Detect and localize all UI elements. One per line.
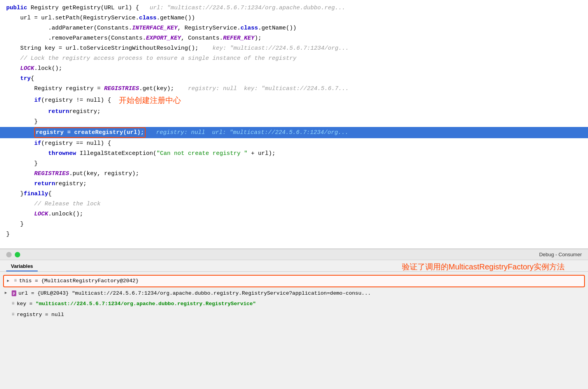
code-text-4: .removeParameters(Constants.EXPORT_KEY, … bbox=[48, 34, 261, 43]
debug-header: Debug - Consumer bbox=[0, 249, 588, 260]
code-brace-16: } bbox=[34, 159, 38, 168]
icon-eq-key: ≡ bbox=[12, 300, 14, 307]
keyword-try: try bbox=[20, 74, 31, 83]
code-panel: public Registry getRegistry(URL url) { u… bbox=[0, 0, 588, 248]
code-text-2: url = url.setPath(RegistryService.class.… bbox=[20, 14, 195, 23]
debug-panel: Debug - Consumer Variables 验证了调用的Multica… bbox=[0, 248, 588, 389]
keyword-return: return bbox=[48, 107, 69, 116]
code-text-3: .addParameter(Constants.INTERFACE_KEY, R… bbox=[48, 24, 296, 33]
var-val-registry: null bbox=[51, 311, 64, 319]
code-line-3: .addParameter(Constants.INTERFACE_KEY, R… bbox=[0, 23, 588, 33]
code-line-14: if (registry == null) { bbox=[0, 138, 588, 148]
var-row-url: ▶ p url = {URL@2043} "multicast://224.5.… bbox=[0, 288, 588, 299]
var-eq-registry: = bbox=[42, 311, 51, 319]
expand-this[interactable]: ▶ bbox=[7, 278, 12, 284]
code-text-14: (registry == null) { bbox=[41, 139, 111, 148]
code-line-13: registry = createRegistry(url); registry… bbox=[0, 127, 588, 138]
code-brace-19b: { bbox=[48, 189, 52, 198]
fn-getregistry: getRegistry(URL url) { bbox=[62, 3, 139, 12]
comment-create: registry: null url: "multicast://224.5.6… bbox=[156, 128, 348, 137]
code-line-10: if (registry != null) { 开始创建注册中心 bbox=[0, 94, 588, 107]
var-row-this: ▶ ≡ this = {MulticastRegistryFactory@204… bbox=[3, 275, 585, 287]
code-line-20: // Release the lock bbox=[0, 199, 588, 209]
code-line-23: } bbox=[0, 229, 588, 239]
code-line-7: LOCK.lock(); bbox=[0, 64, 588, 74]
tab-variables[interactable]: Variables bbox=[6, 262, 38, 271]
var-row-registry: ▶ ≡ registry = null bbox=[0, 309, 588, 320]
code-line-19: } finally { bbox=[0, 189, 588, 199]
code-brace-8: { bbox=[31, 74, 34, 83]
keyword-if2: if bbox=[34, 139, 41, 148]
code-line-17: REGISTRIES .put(key, registry); bbox=[0, 168, 588, 179]
expand-url[interactable]: ▶ bbox=[5, 290, 10, 296]
variables-list: ▶ ≡ this = {MulticastRegistryFactory@204… bbox=[0, 272, 588, 322]
keyword-return2: return bbox=[34, 179, 55, 188]
var-name-this: this bbox=[19, 277, 31, 285]
code-line-4: .removeParameters(Constants.EXPORT_KEY, … bbox=[0, 33, 588, 43]
var-val-url: {URL@2043} "multicast://224.5.6.7:1234/o… bbox=[37, 289, 371, 298]
code-line-18: return registry; bbox=[0, 179, 588, 189]
code-brace-12: } bbox=[34, 117, 38, 126]
keyword-throw: throw bbox=[48, 149, 66, 158]
code-lock: LOCK bbox=[20, 64, 34, 73]
debug-title: Debug - Consumer bbox=[539, 252, 582, 257]
comment-lock: // Lock the registry access process to e… bbox=[20, 54, 296, 63]
debug-tabs: Variables 验证了调用的MulticastRegistryFactory… bbox=[0, 260, 588, 272]
code-line-6: // Lock the registry access process to e… bbox=[0, 54, 588, 64]
code-line-16: } bbox=[0, 158, 588, 168]
code-text-5: String key = url.toServiceStringWithoutR… bbox=[20, 44, 349, 53]
code-line-12: } bbox=[0, 117, 588, 127]
keyword-public: public bbox=[6, 3, 27, 12]
code-line-8: try { bbox=[0, 74, 588, 84]
code-line-11: return registry; bbox=[0, 107, 588, 117]
code-brace-19: } bbox=[20, 189, 24, 198]
code-text-21: .unlock(); bbox=[48, 210, 83, 219]
code-text-10: (registry != null) { bbox=[41, 96, 111, 105]
var-row-key: ▶ ≡ key = "multicast://224.5.6.7:1234/or… bbox=[0, 299, 588, 309]
annotation-validate: 验证了调用的MulticastRegistryFactory实例方法 bbox=[402, 262, 565, 272]
code-line-5: String key = url.toServiceStringWithoutR… bbox=[0, 43, 588, 54]
var-name-registry: registry bbox=[17, 311, 42, 319]
annotation-start-create: 开始创建注册中心 bbox=[119, 94, 181, 106]
code-line-21: LOCK .unlock(); bbox=[0, 209, 588, 219]
var-eq-this: = bbox=[32, 277, 41, 285]
create-registry-box: registry = createRegistry(url); bbox=[34, 127, 146, 138]
var-val-this: {MulticastRegistryFactory@2042} bbox=[41, 277, 139, 285]
code-text-17: .put(key, registry); bbox=[69, 169, 139, 178]
var-eq-key: = bbox=[26, 300, 36, 308]
comment-release: // Release the lock bbox=[34, 200, 101, 208]
comment-url: url: "multicast://224.5.6.7:1234/org.apa… bbox=[150, 3, 345, 12]
var-val-key: "multicast://224.5.6.7:1234/org.apache.d… bbox=[36, 300, 256, 308]
code-line-15: throw new IllegalStateException("Can not… bbox=[0, 148, 588, 158]
var-name-url: url bbox=[19, 289, 28, 298]
code-line-2: url = url.setPath(RegistryService.class.… bbox=[0, 13, 588, 23]
keyword-finally: finally bbox=[24, 189, 48, 198]
main-container: public Registry getRegistry(URL url) { u… bbox=[0, 0, 588, 389]
code-text-15: new IllegalStateException("Can not creat… bbox=[66, 149, 275, 158]
var-eq-url: = bbox=[28, 289, 37, 298]
keyword-if: if bbox=[34, 96, 41, 105]
icon-p-url: p bbox=[12, 290, 16, 296]
code-line-22: } bbox=[0, 219, 588, 229]
type-registry: Registry bbox=[31, 3, 59, 12]
code-text-7: .lock(); bbox=[34, 64, 62, 73]
code-lock2: LOCK bbox=[34, 210, 48, 219]
icon-eq-registry: ≡ bbox=[12, 311, 14, 318]
circle-gray-icon[interactable] bbox=[6, 252, 12, 257]
circle-green-icon[interactable] bbox=[15, 252, 20, 257]
code-brace-22: } bbox=[20, 220, 24, 229]
code-brace-23: } bbox=[6, 230, 10, 239]
code-line-1: public Registry getRegistry(URL url) { u… bbox=[0, 3, 588, 13]
code-text-11: registry; bbox=[69, 107, 101, 116]
code-registries2: REGISTRIES bbox=[34, 169, 69, 178]
var-name-key: key bbox=[17, 300, 26, 308]
code-line-9: Registry registry = REGISTRIES.get(key);… bbox=[0, 84, 588, 94]
debug-controls bbox=[6, 252, 20, 257]
code-text-9a: Registry registry = REGISTRIES.get(key);… bbox=[34, 84, 349, 93]
code-text-18: registry; bbox=[55, 179, 87, 188]
icon-eq-this: ≡ bbox=[14, 277, 17, 285]
